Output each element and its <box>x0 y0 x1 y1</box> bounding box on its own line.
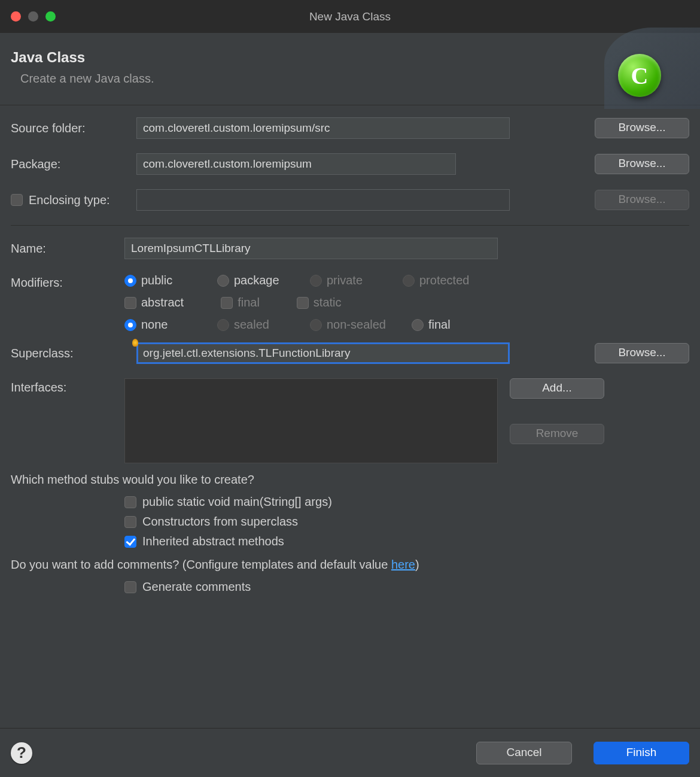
stub-main-label: public static void main(String[] args) <box>142 495 332 509</box>
minimize-window-icon[interactable] <box>28 11 38 22</box>
generate-comments-label: Generate comments <box>142 580 251 594</box>
enclosing-type-label-wrap: Enclosing type: <box>11 193 124 207</box>
stub-constructors-row[interactable]: Constructors from superclass <box>124 515 689 529</box>
name-label: Name: <box>11 242 124 256</box>
modifier-static-checkbox: static <box>297 296 342 309</box>
superclass-row: Superclass: Browse... <box>11 342 689 364</box>
modifier-abstract-checkbox[interactable]: abstract <box>124 296 184 309</box>
modifier-package-radio[interactable]: package <box>217 274 310 287</box>
modifiers-label: Modifiers: <box>11 274 124 290</box>
source-folder-row: Source folder: Browse... <box>11 117 689 139</box>
stub-main-checkbox[interactable] <box>124 496 136 508</box>
modifier-private-radio: private <box>310 274 403 287</box>
source-folder-input[interactable] <box>136 117 510 139</box>
zoom-window-icon[interactable] <box>45 11 56 22</box>
interfaces-row: Interfaces: Add... Remove <box>11 378 689 463</box>
page-subtitle: Create a new Java class. <box>20 72 154 86</box>
name-input[interactable] <box>124 238 498 259</box>
wizard-header: Java Class Create a new Java class. C <box>0 33 700 105</box>
stub-inherited-label: Inherited abstract methods <box>142 535 284 548</box>
window-title: New Java Class <box>309 10 391 23</box>
titlebar: New Java Class <box>0 0 700 33</box>
footer: ? Cancel Finish <box>0 728 700 777</box>
browse-package-button[interactable]: Browse... <box>595 154 689 174</box>
help-icon[interactable]: ? <box>11 742 32 764</box>
generate-comments-row[interactable]: Generate comments <box>124 580 689 594</box>
superclass-input[interactable] <box>136 342 510 364</box>
browse-source-folder-button[interactable]: Browse... <box>595 118 689 138</box>
sealed-modifier-group: none sealed non-sealed final <box>124 318 579 332</box>
modifier-final-checkbox: final <box>221 296 260 309</box>
access-modifier-group: public package private protected <box>124 274 579 287</box>
cancel-button[interactable]: Cancel <box>476 742 572 764</box>
package-input[interactable] <box>136 153 456 175</box>
stub-main-row[interactable]: public static void main(String[] args) <box>124 495 689 509</box>
superclass-label: Superclass: <box>11 347 124 360</box>
close-window-icon[interactable] <box>11 11 21 22</box>
enclosing-type-checkbox[interactable] <box>11 194 23 206</box>
configure-templates-link[interactable]: here <box>391 558 415 571</box>
name-row: Name: <box>11 238 689 259</box>
stub-inherited-checkbox[interactable] <box>124 536 136 548</box>
interfaces-list[interactable] <box>124 378 498 463</box>
lightbulb-icon[interactable] <box>132 339 138 347</box>
wizard-banner-icon: C <box>601 37 678 97</box>
remove-interface-button: Remove <box>510 424 604 444</box>
sealed-non-sealed-radio: non-sealed <box>310 318 412 332</box>
modifier-public-radio[interactable]: public <box>124 274 217 287</box>
method-stubs-prompt: Which method stubs would you like to cre… <box>11 473 689 487</box>
class-c-icon: C <box>618 54 661 97</box>
enclosing-type-label: Enclosing type: <box>29 193 110 207</box>
modifier-flags-group: abstract final static <box>124 296 579 309</box>
package-row: Package: Browse... <box>11 153 689 175</box>
package-label: Package: <box>11 157 124 171</box>
source-folder-label: Source folder: <box>11 122 124 135</box>
page-title: Java Class <box>11 49 154 66</box>
stub-constructors-label: Constructors from superclass <box>142 515 298 529</box>
generate-comments-checkbox[interactable] <box>124 581 136 593</box>
form: Source folder: Browse... Package: Browse… <box>0 105 700 594</box>
browse-enclosing-type-button: Browse... <box>595 190 689 210</box>
sealed-sealed-radio: sealed <box>217 318 310 332</box>
sealed-none-radio[interactable]: none <box>124 318 217 332</box>
browse-superclass-button[interactable]: Browse... <box>595 343 689 363</box>
comments-prompt: Do you want to add comments? (Configure … <box>11 558 689 572</box>
interfaces-label: Interfaces: <box>11 378 124 394</box>
divider <box>11 225 689 226</box>
modifiers-row: Modifiers: public package private protec… <box>11 274 689 332</box>
enclosing-type-input <box>136 189 510 211</box>
window-controls <box>11 11 56 22</box>
stub-constructors-checkbox[interactable] <box>124 516 136 528</box>
modifier-protected-radio: protected <box>403 274 495 287</box>
finish-button[interactable]: Finish <box>594 742 689 764</box>
stub-inherited-row[interactable]: Inherited abstract methods <box>124 535 689 548</box>
enclosing-type-row: Enclosing type: Browse... <box>11 189 689 211</box>
add-interface-button[interactable]: Add... <box>510 378 604 399</box>
sealed-final-radio[interactable]: final <box>412 318 504 332</box>
